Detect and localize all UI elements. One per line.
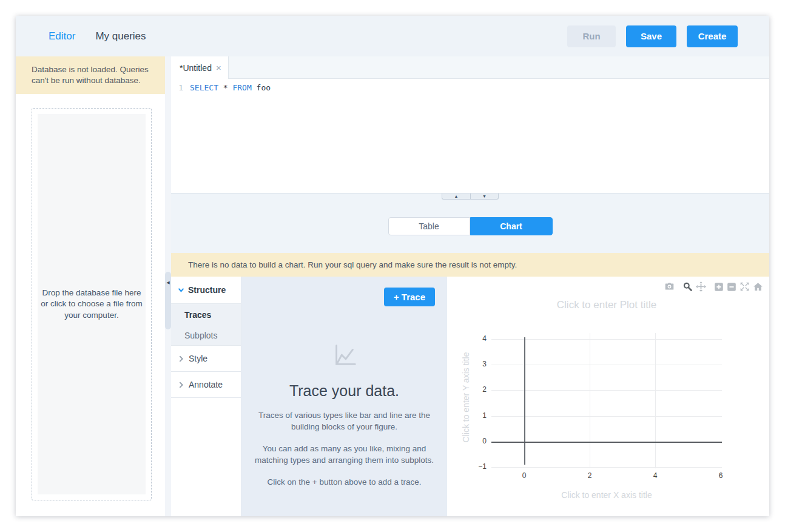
y-zero-line <box>491 442 722 443</box>
tab-close-icon[interactable]: × <box>216 62 221 73</box>
x-tick-label: 2 <box>581 471 599 480</box>
trace-heading: Trace your data. <box>289 382 399 400</box>
sql-editor[interactable]: 1 SELECT * FROM foo <box>171 79 769 193</box>
nav-my-queries[interactable]: My queries <box>95 30 146 42</box>
zoom-icon[interactable] <box>682 281 693 292</box>
gridline <box>491 416 722 417</box>
zoom-in-icon[interactable] <box>714 282 724 292</box>
view-toggle: Table Chart <box>388 217 553 235</box>
menu-subplots[interactable]: Subplots <box>171 326 241 346</box>
menu-subplots-label: Subplots <box>184 331 217 340</box>
chart-empty-warning: There is no data to build a chart. Run y… <box>171 253 769 277</box>
gridline <box>590 333 590 468</box>
traces-panel: + Trace Trace your data. Traces of vario… <box>241 277 447 516</box>
chevron-right-icon <box>178 382 184 388</box>
line-number: 1 <box>171 82 190 93</box>
plot-modebar <box>661 281 763 292</box>
chevron-down-icon <box>178 287 184 294</box>
query-tab-bar: *Untitled × <box>171 56 769 79</box>
collapse-up-button[interactable]: ▲ <box>442 194 470 200</box>
database-warning: Database is not loaded. Queries can't be… <box>16 56 165 94</box>
save-button[interactable]: Save <box>626 25 676 47</box>
menu-annotate[interactable]: Annotate <box>171 372 241 398</box>
app-window: Editor My queries Run Save Create Databa… <box>16 16 769 516</box>
header-buttons: Run Save Create <box>567 25 738 47</box>
trace-paragraph: Traces of various types like bar and lin… <box>250 410 439 433</box>
gridline <box>655 333 656 468</box>
sql-statement: SELECT * FROM foo <box>190 82 271 93</box>
sidebar-splitter[interactable]: ◀ <box>165 56 171 516</box>
line-chart-icon <box>331 342 359 370</box>
x-tick-label: 6 <box>712 471 730 480</box>
menu-structure[interactable]: Structure <box>171 277 241 304</box>
menu-style-label: Style <box>189 354 207 363</box>
home-icon[interactable] <box>753 281 763 292</box>
result-view-area: Table Chart <box>171 199 769 253</box>
database-sidebar: Database is not loaded. Queries can't be… <box>16 56 165 516</box>
plot-panel: Click to enter Plot title 4 3 2 1 <box>447 277 769 516</box>
sql-keyword: SELECT <box>190 83 218 92</box>
tab-table[interactable]: Table <box>388 217 470 235</box>
gridline <box>491 390 722 391</box>
chevron-right-icon <box>178 355 184 362</box>
tab-title: *Untitled <box>180 63 212 73</box>
tab-untitled[interactable]: *Untitled × <box>171 56 229 79</box>
camera-icon[interactable] <box>664 281 675 292</box>
nav-editor[interactable]: Editor <box>49 30 75 42</box>
sql-table-name: foo <box>257 83 271 92</box>
trace-paragraph: You can add as many as you like, mixing … <box>250 443 439 466</box>
sidebar-collapse-handle[interactable]: ◀ <box>165 272 171 329</box>
database-dropzone[interactable]: Drop the database file here or click to … <box>32 108 152 500</box>
autoscale-icon[interactable] <box>740 281 750 292</box>
pan-icon[interactable] <box>696 281 706 292</box>
gridline <box>491 339 722 340</box>
menu-annotate-label: Annotate <box>189 380 223 389</box>
chart-editor-menu: Structure Traces Subplots Style Annota <box>171 277 241 516</box>
top-bar: Editor My queries Run Save Create <box>16 16 769 56</box>
splitter-buttons: ▲ ▼ <box>442 194 499 200</box>
x-tick-label: 4 <box>646 471 664 480</box>
gridline <box>491 365 722 365</box>
editor-result-splitter[interactable]: ▲ ▼ <box>171 193 769 199</box>
trace-paragraph: Click on the + button above to add a tra… <box>250 477 439 488</box>
tab-chart[interactable]: Chart <box>470 217 553 235</box>
app-body: Database is not loaded. Queries can't be… <box>16 56 769 516</box>
code-line: 1 SELECT * FROM foo <box>171 82 769 93</box>
sql-keyword: FROM <box>232 83 251 92</box>
trace-empty-state: Trace your data. Traces of various types… <box>241 342 447 488</box>
x-tick-label: 0 <box>515 471 533 480</box>
chart-editor: Structure Traces Subplots Style Annota <box>171 277 769 516</box>
dropzone-label: Drop the database file here or click to … <box>41 287 143 322</box>
menu-style[interactable]: Style <box>171 346 241 372</box>
collapse-down-button[interactable]: ▼ <box>470 194 499 200</box>
zoom-out-icon[interactable] <box>727 282 736 292</box>
sql-star: * <box>223 83 228 92</box>
menu-traces[interactable]: Traces <box>171 304 241 326</box>
y-axis-title-placeholder[interactable]: Click to enter Y axis title <box>461 322 471 473</box>
menu-structure-label: Structure <box>188 285 226 295</box>
gridline <box>491 467 722 468</box>
add-trace-button[interactable]: + Trace <box>384 288 435 306</box>
x-axis-title-placeholder[interactable]: Click to enter X axis title <box>491 490 722 500</box>
collapse-left-icon: ◀ <box>165 280 171 285</box>
menu-traces-label: Traces <box>184 310 211 320</box>
plot-title-placeholder[interactable]: Click to enter Plot title <box>491 299 722 311</box>
run-button[interactable]: Run <box>567 25 616 47</box>
x-zero-line <box>524 337 525 465</box>
create-button[interactable]: Create <box>687 25 738 47</box>
main-panel: *Untitled × 1 SELECT * FROM foo ▲ ▼ <box>171 56 769 516</box>
